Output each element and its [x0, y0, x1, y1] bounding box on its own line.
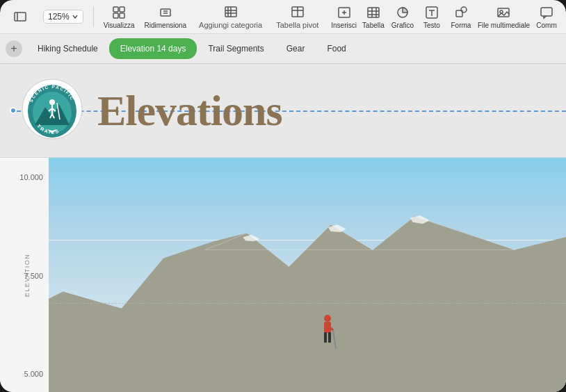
aggiungi-categoria-button[interactable]: Aggiungi categoria [199, 4, 262, 29]
svg-rect-33 [541, 8, 552, 16]
tab-elevation-14-days[interactable]: Elevation 14 days [109, 38, 197, 59]
sheet-header: SCENIC PACIFIC TRAILS [0, 64, 566, 158]
file-multimediale-label: File multimediale [478, 22, 530, 29]
forma-button[interactable]: Forma [448, 5, 474, 29]
svg-rect-4 [113, 13, 118, 18]
ridimensiona-button[interactable]: Ridimensiona [145, 5, 187, 29]
svg-rect-57 [328, 332, 331, 343]
logo-container: SCENIC PACIFIC TRAILS [21, 78, 83, 143]
grafico-button[interactable]: Grafico [390, 5, 415, 29]
toolbar-left: 125% Visualizza [7, 5, 186, 29]
aggiungi-categoria-label: Aggiungi categoria [199, 21, 262, 29]
chart-plot [49, 158, 566, 392]
visualizza-label: Visualizza [104, 22, 135, 29]
zoom-value: 125% [48, 12, 70, 22]
chart-y-axis: ELEVATION 10.000 7.500 5.000 [0, 158, 49, 392]
page-title: Elevations [97, 86, 282, 136]
grafico-label: Grafico [391, 22, 414, 29]
svg-rect-3 [120, 7, 124, 12]
tabella-pivot-label: Tabella pivot [276, 21, 318, 29]
toolbar-divider-1 [93, 6, 94, 27]
person-silhouette [318, 313, 337, 354]
svg-rect-2 [113, 7, 118, 12]
toolbar-right: Inserisci Tabella [331, 5, 559, 29]
inserisci-label: Inserisci [331, 22, 357, 29]
svg-rect-20 [368, 8, 379, 17]
svg-point-30 [461, 7, 467, 13]
svg-marker-48 [49, 216, 566, 392]
ridimensiona-label: Ridimensiona [145, 22, 187, 29]
svg-rect-56 [324, 332, 327, 343]
svg-line-59 [333, 330, 336, 349]
svg-point-39 [49, 99, 55, 105]
file-multimediale-button[interactable]: File multimediale [478, 5, 530, 29]
visualizza-button[interactable]: Visualizza [104, 5, 135, 29]
svg-rect-0 [15, 13, 26, 21]
elevation-axis-label: ELEVATION [19, 253, 32, 297]
chart-area: ELEVATION 10.000 7.500 5.000 [0, 158, 566, 392]
testo-label: Testo [423, 22, 440, 29]
y-label-10000: 10.000 [19, 165, 43, 183]
device-frame: 125% Visualizza [0, 0, 566, 392]
sidebar-toggle-button[interactable] [7, 9, 33, 24]
commenti-button[interactable]: Comm [534, 5, 559, 29]
toolbar-center: Aggiungi categoria Tabella pivot [192, 4, 325, 29]
tabella-button[interactable]: Tabella [361, 5, 386, 29]
commenti-label: Comm [536, 22, 556, 29]
svg-rect-6 [161, 9, 170, 16]
testo-button[interactable]: Testo [419, 5, 444, 29]
toolbar: 125% Visualizza [0, 0, 566, 64]
tabs-row: + Hiking Schedule Elevation 14 days Trai… [0, 34, 566, 63]
inserisci-button[interactable]: Inserisci [331, 5, 357, 29]
main-content: SCENIC PACIFIC TRAILS [0, 64, 566, 392]
toolbar-top: 125% Visualizza [0, 0, 566, 34]
tab-food[interactable]: Food [316, 38, 357, 59]
tab-hiking-schedule[interactable]: Hiking Schedule [26, 38, 109, 59]
reference-dotted-line [49, 303, 566, 304]
tab-trail-segments[interactable]: Trail Segments [197, 38, 275, 59]
terrain-chart [49, 158, 566, 392]
selection-handle-dot [10, 107, 17, 114]
tabella-pivot-button[interactable]: Tabella pivot [276, 4, 318, 29]
tabella-label: Tabella [362, 22, 385, 29]
tab-gear[interactable]: Gear [275, 38, 316, 59]
y-label-5000: 5.000 [24, 367, 43, 385]
zoom-control[interactable]: 125% [43, 10, 83, 24]
scenic-pacific-trails-logo: SCENIC PACIFIC TRAILS [21, 78, 83, 140]
svg-rect-5 [120, 13, 124, 18]
svg-point-54 [324, 315, 331, 322]
add-tab-button[interactable]: + [6, 40, 22, 57]
forma-label: Forma [451, 22, 471, 29]
